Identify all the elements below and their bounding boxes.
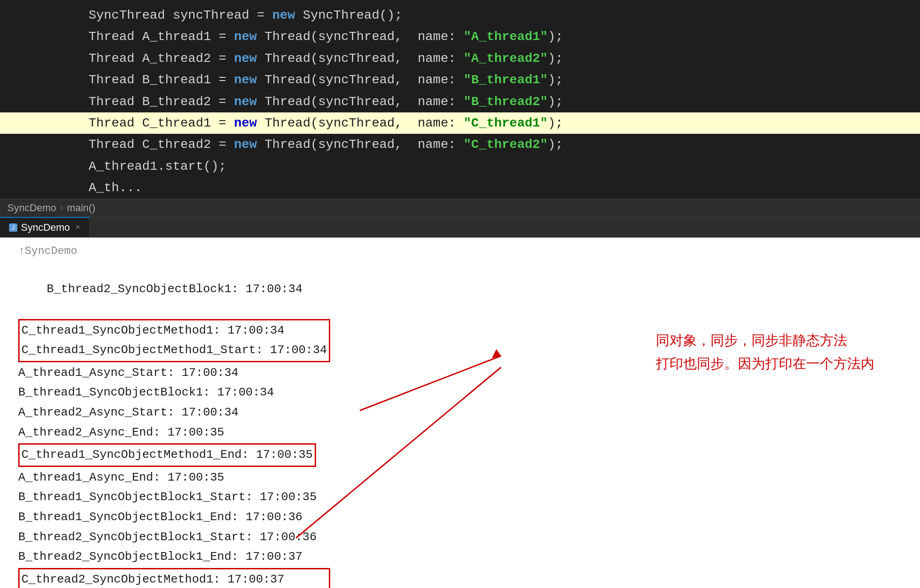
console-section: ↑SyncDemo B_thread2_SyncObjectBlock1: 17… — [0, 238, 920, 588]
breadcrumb-sep: › — [60, 202, 63, 214]
red-box-1: C_thread1_SyncObjectMethod1: 17:00:34 C_… — [18, 319, 330, 362]
breadcrumb-method: main() — [67, 202, 95, 214]
code-line-2: Thread A_thread1 = new Thread(syncThread… — [0, 26, 920, 47]
breadcrumb: SyncDemo › main() — [0, 199, 920, 217]
annotation-block: 同对象，同步，同步非静态方法 打印也同步。因为打印在一个方法内 — [656, 329, 874, 375]
code-line-3: Thread A_thread2 = new Thread(syncThread… — [0, 48, 920, 69]
console-line-9: B_thread1_SyncObjectBlock1_Start: 17:00:… — [18, 487, 911, 507]
code-editor: SyncThread syncThread = new SyncThread()… — [0, 0, 920, 199]
code-line-4: Thread B_thread1 = new Thread(syncThread… — [0, 69, 920, 91]
console-line-7: C_thread1_SyncObjectMethod1_End: 17:00:3… — [21, 445, 313, 465]
code-line-5: Thread B_thread2 = new Thread(syncThread… — [0, 91, 920, 112]
console-line-0: B_thread2_SyncObjectBlock1: 17:00:34 — [18, 260, 911, 318]
console-line-5: A_thread2_Async_Start: 17:00:34 — [18, 403, 911, 423]
tab-close-icon[interactable]: × — [76, 223, 81, 232]
console-line-12: B_thread2_SyncObjectBlock1_End: 17:00:37 — [18, 547, 911, 567]
code-line-1: SyncThread syncThread = new SyncThread()… — [0, 5, 920, 26]
annotation-line1: 同对象，同步，同步非静态方法 — [656, 329, 874, 352]
console-line-4: B_thread1_SyncObjectBlock1: 17:00:34 — [18, 383, 911, 403]
breadcrumb-project: SyncDemo — [7, 202, 56, 214]
console-line-6: A_thread2_Async_End: 17:00:35 — [18, 423, 911, 443]
console-line-11: B_thread2_SyncObjectBlock1_Start: 17:00:… — [18, 527, 911, 547]
svg-marker-1 — [492, 349, 501, 358]
console-line-13: C_thread2_SyncObjectMethod1: 17:00:37 — [21, 570, 327, 588]
console-line-8: A_thread1_Async_End: 17:00:35 — [18, 468, 911, 488]
console-line-2: C_thread1_SyncObjectMethod1_Start: 17:00… — [21, 340, 327, 360]
annotation-line2: 打印也同步。因为打印在一个方法内 — [656, 352, 874, 375]
code-line-7: Thread C_thread2 = new Thread(syncThread… — [0, 134, 920, 155]
code-line-9: A_th... — [0, 177, 920, 198]
red-box-2: C_thread1_SyncObjectMethod1_End: 17:00:3… — [18, 443, 316, 467]
red-box-3: C_thread2_SyncObjectMethod1: 17:00:37 C_… — [18, 568, 330, 588]
console-line-10: B_thread1_SyncObjectBlock1_End: 17:00:36 — [18, 507, 911, 527]
console-line-1: C_thread1_SyncObjectMethod1: 17:00:34 — [21, 321, 327, 341]
tab-syncdemo[interactable]: J SyncDemo × — [0, 217, 90, 237]
tab-label: SyncDemo — [21, 222, 70, 233]
console-header: ↑SyncDemo — [18, 242, 911, 260]
code-line-6: Thread C_thread1 = new Thread(syncThread… — [0, 112, 920, 134]
code-line-8: A_thread1.start(); — [0, 156, 920, 177]
tab-bar: J SyncDemo × — [0, 217, 920, 238]
java-icon: J — [9, 223, 17, 232]
